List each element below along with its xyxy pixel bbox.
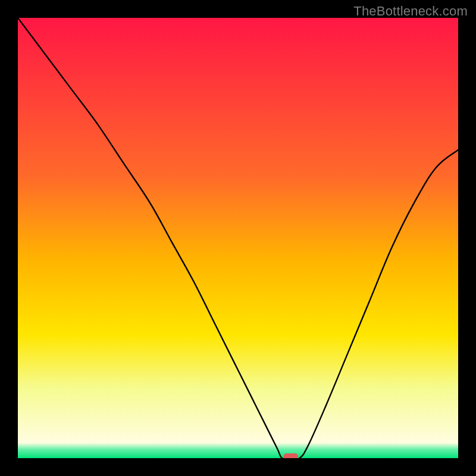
plot-svg — [18, 18, 458, 458]
plot-area — [18, 18, 458, 458]
watermark-text: TheBottleneck.com — [353, 4, 468, 19]
min-marker — [284, 453, 298, 458]
plot-background — [18, 18, 458, 458]
chart-stage: TheBottleneck.com — [0, 0, 476, 476]
